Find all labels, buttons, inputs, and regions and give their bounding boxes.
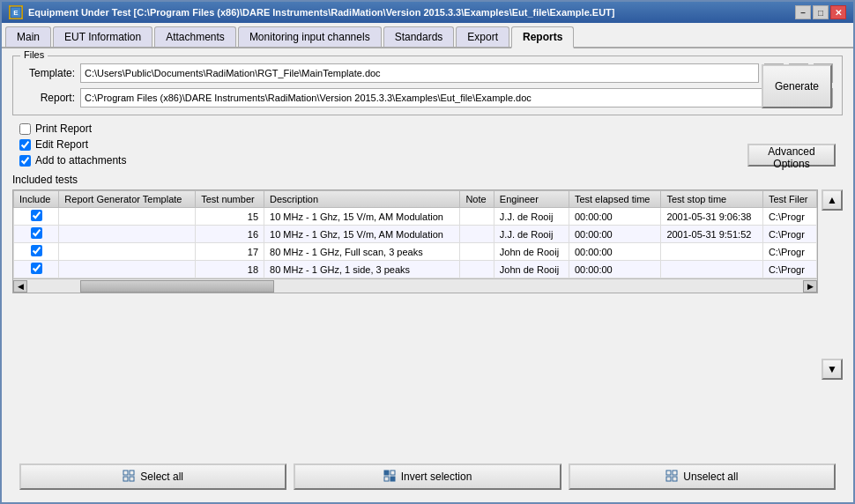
tab-standards[interactable]: Standards bbox=[383, 26, 455, 47]
app-icon: E bbox=[9, 5, 23, 19]
cell-stop-time: 2001-05-31 9:06:38 bbox=[661, 208, 763, 226]
print-report-row[interactable]: Print Report bbox=[19, 122, 126, 135]
include-checkbox[interactable] bbox=[31, 210, 42, 221]
unselect-all-label: Unselect all bbox=[683, 471, 738, 483]
add-to-attachments-row[interactable]: Add to attachments bbox=[19, 154, 126, 167]
col-note: Note bbox=[460, 191, 494, 208]
col-template: Report Generator Template bbox=[59, 191, 196, 208]
invert-selection-button[interactable]: Invert selection bbox=[294, 463, 561, 490]
window-title: Equipment Under Test [C:\Program Files (… bbox=[28, 7, 614, 18]
col-test-number: Test number bbox=[196, 191, 264, 208]
files-legend: Files bbox=[20, 49, 48, 60]
scroll-right-arrow[interactable]: ▶ bbox=[803, 280, 817, 293]
cell-template bbox=[59, 208, 196, 226]
tab-export[interactable]: Export bbox=[456, 26, 509, 47]
advanced-options-button[interactable]: Advanced Options bbox=[747, 144, 836, 167]
cell-file: C:\Progr bbox=[762, 208, 816, 226]
cell-template bbox=[59, 261, 196, 278]
cell-test-number: 15 bbox=[196, 208, 264, 226]
tab-monitoring-input-channels[interactable]: Monitoring input channels bbox=[238, 26, 382, 47]
minimize-button[interactable]: – bbox=[795, 5, 811, 19]
include-checkbox[interactable] bbox=[31, 263, 42, 274]
tab-eut-information[interactable]: EUT Information bbox=[53, 26, 152, 47]
template-label: Template: bbox=[22, 67, 75, 79]
cell-include bbox=[14, 243, 59, 261]
col-description: Description bbox=[264, 191, 460, 208]
edit-report-label: Edit Report bbox=[35, 138, 88, 151]
cell-engineer: John de Rooij bbox=[494, 243, 569, 261]
title-bar: E Equipment Under Test [C:\Program Files… bbox=[2, 2, 853, 23]
cell-elapsed: 00:00:00 bbox=[569, 243, 660, 261]
svg-rect-23 bbox=[673, 477, 677, 481]
col-engineer: Engineer bbox=[494, 191, 569, 208]
table-row: 17 80 MHz - 1 GHz, Full scan, 3 peaks Jo… bbox=[14, 243, 817, 261]
tests-table-scroll[interactable]: Include Report Generator Template Test n… bbox=[13, 190, 817, 278]
close-button[interactable]: ✕ bbox=[830, 5, 846, 19]
move-up-button[interactable]: ▲ bbox=[822, 189, 843, 211]
svg-rect-22 bbox=[673, 471, 677, 475]
select-all-button[interactable]: Select all bbox=[19, 463, 286, 490]
svg-rect-14 bbox=[130, 471, 134, 475]
select-all-icon bbox=[123, 470, 135, 485]
move-down-button[interactable]: ▼ bbox=[822, 359, 843, 380]
title-bar-left: E Equipment Under Test [C:\Program Files… bbox=[9, 5, 614, 19]
invert-selection-label: Invert selection bbox=[401, 471, 472, 483]
svg-rect-21 bbox=[666, 477, 671, 481]
cell-note bbox=[460, 243, 494, 261]
svg-rect-12 bbox=[123, 471, 128, 475]
navigation-buttons: ▲ ▼ bbox=[822, 174, 843, 380]
cell-elapsed: 00:00:00 bbox=[569, 226, 660, 243]
cell-stop-time bbox=[661, 243, 763, 261]
cell-include bbox=[14, 261, 59, 278]
maximize-button[interactable]: □ bbox=[813, 5, 829, 19]
cell-file: C:\Progr bbox=[762, 261, 816, 278]
scrollbar-thumb[interactable] bbox=[80, 280, 274, 293]
tab-bar: Main EUT Information Attachments Monitor… bbox=[2, 23, 853, 48]
cell-file: C:\Progr bbox=[762, 243, 816, 261]
template-row: Template: bbox=[22, 63, 833, 83]
print-report-label: Print Report bbox=[35, 122, 92, 135]
cell-include bbox=[14, 208, 59, 226]
cell-template bbox=[59, 226, 196, 243]
window-controls: – □ ✕ bbox=[795, 5, 846, 19]
tab-main[interactable]: Main bbox=[5, 26, 51, 47]
cell-note bbox=[460, 261, 494, 278]
main-window: E Equipment Under Test [C:\Program Files… bbox=[0, 0, 855, 504]
cell-test-number: 17 bbox=[196, 243, 264, 261]
print-report-checkbox[interactable] bbox=[19, 123, 31, 135]
generate-button[interactable]: Generate bbox=[762, 64, 832, 108]
cell-test-number: 18 bbox=[196, 261, 264, 278]
svg-text:E: E bbox=[13, 9, 19, 17]
horizontal-scrollbar[interactable]: ◀ ▶ bbox=[13, 278, 817, 293]
add-to-attachments-checkbox[interactable] bbox=[19, 155, 31, 167]
template-input[interactable] bbox=[80, 63, 759, 83]
cell-description: 80 MHz - 1 GHz, 1 side, 3 peaks bbox=[264, 261, 460, 278]
edit-report-row[interactable]: Edit Report bbox=[19, 138, 126, 151]
cell-engineer: J.J. de Rooij bbox=[494, 226, 569, 243]
tab-attachments[interactable]: Attachments bbox=[154, 26, 236, 47]
report-input[interactable] bbox=[80, 88, 784, 107]
include-checkbox[interactable] bbox=[31, 227, 42, 239]
report-label: Report: bbox=[22, 92, 75, 104]
cell-description: 10 MHz - 1 Ghz, 15 V/m, AM Modulation bbox=[264, 208, 460, 226]
tests-table: Include Report Generator Template Test n… bbox=[13, 190, 817, 278]
include-checkbox[interactable] bbox=[31, 245, 42, 256]
cell-engineer: John de Rooij bbox=[494, 261, 569, 278]
edit-report-checkbox[interactable] bbox=[19, 139, 31, 151]
tab-reports[interactable]: Reports bbox=[511, 26, 574, 48]
scroll-left-arrow[interactable]: ◀ bbox=[13, 280, 27, 293]
included-tests-section: Included tests Include Report Generator … bbox=[12, 174, 843, 451]
col-elapsed-time: Test elapsed time bbox=[569, 191, 660, 208]
cell-note bbox=[460, 226, 494, 243]
svg-rect-17 bbox=[390, 471, 395, 475]
tests-table-container: Include Report Generator Template Test n… bbox=[12, 189, 818, 293]
unselect-all-button[interactable]: Unselect all bbox=[569, 463, 836, 490]
svg-rect-18 bbox=[384, 477, 389, 481]
cell-test-number: 16 bbox=[196, 226, 264, 243]
svg-rect-15 bbox=[130, 477, 134, 481]
cell-elapsed: 00:00:00 bbox=[569, 261, 660, 278]
invert-selection-icon bbox=[383, 470, 396, 485]
cell-file: C:\Progr bbox=[762, 226, 816, 243]
table-header-row: Include Report Generator Template Test n… bbox=[14, 191, 817, 208]
svg-rect-19 bbox=[390, 477, 395, 481]
